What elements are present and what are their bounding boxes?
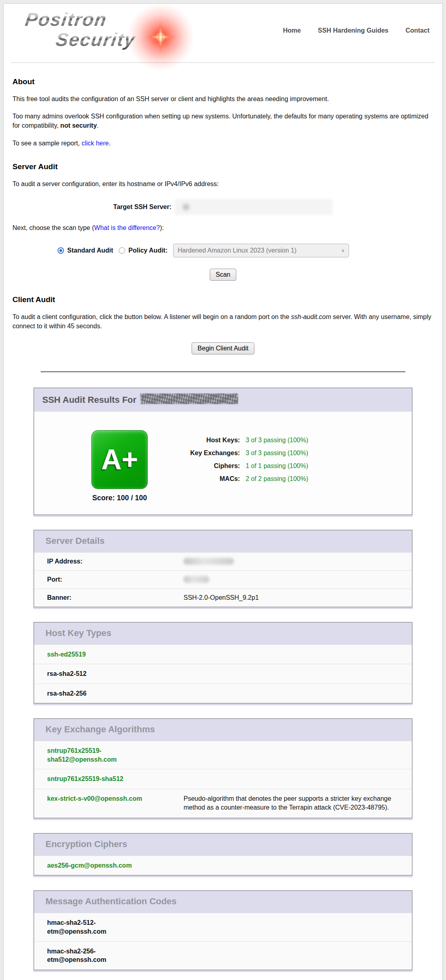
stat-label: Key Exchanges: xyxy=(171,450,240,457)
stat-value: 3 of 3 passing (100%) xyxy=(246,450,308,457)
stat-value: 3 of 3 passing (100%) xyxy=(246,437,308,444)
target-ssh-server-input-redacted[interactable] xyxy=(175,199,332,215)
positron-security-logo[interactable]: Positron Security xyxy=(21,8,194,61)
scan-type-difference-link[interactable]: What is the difference? xyxy=(94,224,160,231)
server-audit-heading: Server Audit xyxy=(12,162,434,171)
results-body: A+ Score: 100 / 100 Host Keys: 3 of 3 pa… xyxy=(34,411,412,514)
table-row: hmac-sha2-256-etm@openssh.com xyxy=(34,941,412,970)
kex-name: sntrup761x25519-sha512@openssh.com xyxy=(47,746,145,764)
standard-audit-label[interactable]: Standard Audit xyxy=(67,247,113,254)
stat-row-host-keys: Host Keys: 3 of 3 passing (100%) xyxy=(171,437,308,444)
kex-name: sntrup761x25519-sha512 xyxy=(47,775,145,783)
chevron-down-icon: ∨ xyxy=(341,248,345,253)
macs-panel: Message Authentication Codes hmac-sha2-5… xyxy=(33,890,413,970)
starburst-flare-icon xyxy=(128,3,193,71)
key-exchange-panel: Key Exchange Algorithms sntrup761x25519-… xyxy=(33,718,413,818)
cipher-name: aes256-gcm@openssh.com xyxy=(47,861,145,870)
banner-label: Banner: xyxy=(47,594,184,601)
scan-type-text: Next, choose the scan type ( xyxy=(12,224,94,231)
logo-text-line2: Security xyxy=(54,29,137,50)
about-p2-bold: not security xyxy=(60,122,97,129)
table-row: aes256-gcm@openssh.com xyxy=(34,856,412,875)
stat-label: MACs: xyxy=(171,475,240,483)
section-divider xyxy=(41,371,405,372)
policy-select[interactable]: Hardened Amazon Linux 2023 (version 1) ∨ xyxy=(173,244,349,257)
main-nav: Home SSH Hardening Guides Contact xyxy=(268,27,429,34)
about-p2-suffix: . xyxy=(97,122,99,129)
grade-badge: A+ xyxy=(91,430,148,489)
table-row: Banner: SSH-2.0-OpenSSH_9.2p1 xyxy=(34,588,412,607)
table-row: sntrup761x25519-sha512@openssh.com xyxy=(34,741,412,769)
server-audit-intro: To audit a server configuration, enter i… xyxy=(12,179,434,189)
stat-row-ciphers: Ciphers: 1 of 1 passing (100%) xyxy=(171,462,308,470)
results-panel: SSH Audit Results For A+ Score: 100 / 10… xyxy=(33,387,413,515)
host-key-name: ssh-ed25519 xyxy=(47,650,145,659)
site-header: Positron Security Home SSH Hardening Gui… xyxy=(11,4,435,63)
ip-address-label: IP Address: xyxy=(47,558,184,565)
about-heading: About xyxy=(12,77,434,86)
score-label: Score: 100 / 100 xyxy=(89,494,150,502)
encryption-ciphers-title: Encryption Ciphers xyxy=(34,834,412,856)
mac-name: hmac-sha2-512-etm@openssh.com xyxy=(47,918,145,936)
kex-note: Pseudo-algorithm that denotes the peer s… xyxy=(184,794,404,812)
ip-address-value-redacted xyxy=(184,558,234,565)
table-row: rsa-sha2-256 xyxy=(34,684,412,703)
about-paragraph-3: To see a sample report, click here. xyxy=(12,139,434,148)
policy-audit-radio[interactable] xyxy=(119,247,125,254)
about-paragraph-1: This free tool audits the configuration … xyxy=(12,94,434,104)
policy-select-value: Hardened Amazon Linux 2023 (version 1) xyxy=(178,247,296,254)
nav-ssh-hardening-guides[interactable]: SSH Hardening Guides xyxy=(318,27,388,34)
macs-title: Message Authentication Codes xyxy=(34,891,412,913)
main-card: Positron Security Home SSH Hardening Gui… xyxy=(3,3,443,980)
mac-name: hmac-sha2-256-etm@openssh.com xyxy=(47,947,145,964)
standard-audit-radio[interactable] xyxy=(58,247,64,254)
results-stats: Host Keys: 3 of 3 passing (100%) Key Exc… xyxy=(171,430,308,502)
ssh-audit-com-italic: ssh-audit.com xyxy=(291,313,331,320)
stat-row-key-exchanges: Key Exchanges: 3 of 3 passing (100%) xyxy=(171,450,308,457)
port-value-redacted xyxy=(184,576,209,583)
server-details-panel: Server Details IP Address: Port: Banner:… xyxy=(33,530,413,607)
kex-name: kex-strict-s-v00@openssh.com xyxy=(47,794,145,803)
server-details-title: Server Details xyxy=(34,530,412,552)
about-paragraph-2: Too many admins overlook SSH configurati… xyxy=(12,112,434,130)
scan-type-line: Next, choose the scan type (What is the … xyxy=(12,223,434,232)
host-key-name: rsa-sha2-512 xyxy=(47,669,145,678)
table-row: hmac-sha2-512-etm@openssh.com xyxy=(34,913,412,941)
table-row: IP Address: xyxy=(34,552,412,570)
banner-value: SSH-2.0-OpenSSH_9.2p1 xyxy=(184,594,259,601)
client-audit-heading: Client Audit xyxy=(12,295,434,304)
key-exchange-title: Key Exchange Algorithms xyxy=(34,719,412,741)
encryption-ciphers-panel: Encryption Ciphers aes256-gcm@openssh.co… xyxy=(33,833,413,876)
stat-label: Host Keys: xyxy=(171,437,240,444)
results-title-text: SSH Audit Results For xyxy=(42,395,136,405)
host-key-types-title: Host Key Types xyxy=(34,623,412,644)
stat-row-macs: MACs: 2 of 2 passing (100%) xyxy=(171,475,308,483)
client-audit-paragraph: To audit a client configuration, click t… xyxy=(12,312,434,331)
table-row: ssh-ed25519 xyxy=(34,644,412,664)
stat-value: 2 of 2 passing (100%) xyxy=(246,475,308,483)
results-panel-title: SSH Audit Results For xyxy=(34,388,412,411)
logo-text-line1: Positron xyxy=(24,8,108,30)
redacted-hostname xyxy=(140,394,238,404)
scan-type-suffix: ): xyxy=(160,224,164,231)
grade-column: A+ Score: 100 / 100 xyxy=(89,430,150,502)
stat-value: 1 of 1 passing (100%) xyxy=(246,462,308,470)
table-row: kex-strict-s-v00@openssh.com Pseudo-algo… xyxy=(34,789,412,818)
client-audit-text-1: To audit a client configuration, click t… xyxy=(12,313,291,320)
main-content: About This free tool audits the configur… xyxy=(4,77,442,970)
target-ssh-server-label: Target SSH Server: xyxy=(12,203,171,211)
stat-label: Ciphers: xyxy=(171,462,240,470)
about-p3-suffix: . xyxy=(109,140,110,147)
nav-contact[interactable]: Contact xyxy=(405,27,429,34)
sample-report-link[interactable]: click here xyxy=(82,140,109,147)
nav-home[interactable]: Home xyxy=(283,27,301,34)
table-row: rsa-sha2-512 xyxy=(34,664,412,684)
target-ssh-server-row: Target SSH Server: xyxy=(12,199,434,215)
table-row: Port: xyxy=(34,570,412,588)
begin-client-audit-button[interactable]: Begin Client Audit xyxy=(192,342,254,354)
host-key-name: rsa-sha2-256 xyxy=(47,689,145,698)
scan-type-options: Standard Audit Policy Audit: Hardened Am… xyxy=(12,244,434,257)
policy-audit-label[interactable]: Policy Audit: xyxy=(128,247,167,254)
about-p3-text: To see a sample report, xyxy=(12,140,82,147)
scan-button[interactable]: Scan xyxy=(210,269,236,281)
